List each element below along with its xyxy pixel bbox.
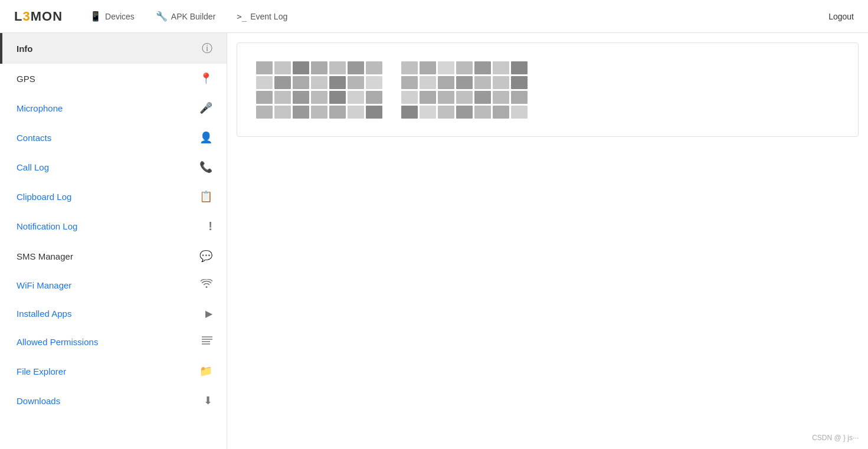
call-log-icon: 📞 (199, 160, 212, 173)
installed-apps-icon: ▶ (205, 308, 212, 319)
sidebar-item-call-log[interactable]: Call Log 📞 (0, 152, 227, 182)
footer-watermark: CSDN @ } js··· (812, 434, 859, 442)
nav-items: 📱 Devices 🔧 APK Builder >_ Event Log (81, 7, 828, 25)
brand-three: 3 (22, 9, 30, 24)
blurred-image-2 (401, 61, 528, 119)
sidebar-item-allowed-permissions[interactable]: Allowed Permissions (0, 327, 227, 356)
devices-icon: 📱 (90, 11, 101, 22)
downloads-icon: ⬇ (204, 394, 212, 407)
brand-l: L (14, 9, 22, 24)
nav-devices-label: Devices (105, 12, 135, 21)
sidebar-label-microphone: Microphone (17, 103, 63, 113)
navbar: L3MON 📱 Devices 🔧 APK Builder >_ Event L… (0, 0, 868, 33)
sidebar-label-gps: GPS (17, 74, 35, 84)
info-icon: ⓘ (202, 41, 212, 55)
brand-mon: MON (31, 9, 63, 24)
sidebar-label-info: Info (17, 44, 33, 54)
microphone-icon: 🎤 (199, 101, 212, 114)
page-layout: Info ⓘ GPS 📍 Microphone 🎤 Contacts 👤 Cal… (0, 33, 868, 449)
sidebar-label-file-explorer: File Explorer (17, 366, 66, 376)
sidebar-item-info[interactable]: Info ⓘ (0, 33, 227, 64)
info-card (237, 42, 859, 137)
sms-manager-icon: 💬 (199, 250, 212, 263)
sidebar-item-sms-manager[interactable]: SMS Manager 💬 (0, 241, 227, 271)
sidebar-label-downloads: Downloads (17, 396, 60, 406)
sidebar-item-wifi-manager[interactable]: WiFi Manager (0, 271, 227, 300)
sidebar-label-contacts: Contacts (17, 133, 51, 143)
nav-apk-builder[interactable]: 🔧 APK Builder (148, 7, 224, 25)
sidebar-label-clipboard-log: Clipboard Log (17, 192, 71, 202)
nav-devices[interactable]: 📱 Devices (81, 7, 143, 25)
nav-event-log-label: Event Log (250, 12, 287, 21)
sidebar-item-notification-log[interactable]: Notification Log ! (0, 211, 227, 241)
gps-icon: 📍 (199, 72, 212, 85)
sidebar-item-file-explorer[interactable]: File Explorer 📁 (0, 356, 227, 386)
event-log-icon: >_ (237, 12, 247, 21)
logout-button[interactable]: Logout (828, 12, 854, 21)
file-explorer-icon: 📁 (199, 365, 212, 378)
wifi-manager-icon (201, 279, 212, 291)
sidebar-item-installed-apps[interactable]: Installed Apps ▶ (0, 300, 227, 327)
clipboard-log-icon: 📋 (199, 190, 212, 203)
sidebar-item-contacts[interactable]: Contacts 👤 (0, 123, 227, 152)
sidebar-item-gps[interactable]: GPS 📍 (0, 64, 227, 93)
nav-event-log[interactable]: >_ Event Log (228, 8, 296, 25)
sidebar-label-allowed-permissions: Allowed Permissions (17, 337, 98, 347)
blurred-image-1 (256, 61, 382, 119)
sidebar-label-installed-apps: Installed Apps (17, 309, 71, 319)
allowed-permissions-icon (202, 336, 212, 348)
apk-builder-icon: 🔧 (156, 11, 168, 22)
brand-logo[interactable]: L3MON (14, 9, 63, 24)
nav-apk-builder-label: APK Builder (171, 12, 215, 21)
notification-log-icon: ! (208, 219, 212, 233)
sidebar-item-downloads[interactable]: Downloads ⬇ (0, 386, 227, 415)
sidebar-item-clipboard-log[interactable]: Clipboard Log 📋 (0, 182, 227, 211)
sidebar-item-microphone[interactable]: Microphone 🎤 (0, 93, 227, 123)
sidebar-label-sms-manager: SMS Manager (17, 251, 73, 261)
contacts-icon: 👤 (199, 131, 212, 144)
sidebar-label-notification-log: Notification Log (17, 221, 77, 231)
sidebar-label-call-log: Call Log (17, 162, 49, 172)
sidebar: Info ⓘ GPS 📍 Microphone 🎤 Contacts 👤 Cal… (0, 33, 227, 449)
sidebar-label-wifi-manager: WiFi Manager (17, 280, 71, 290)
main-content (227, 33, 868, 449)
